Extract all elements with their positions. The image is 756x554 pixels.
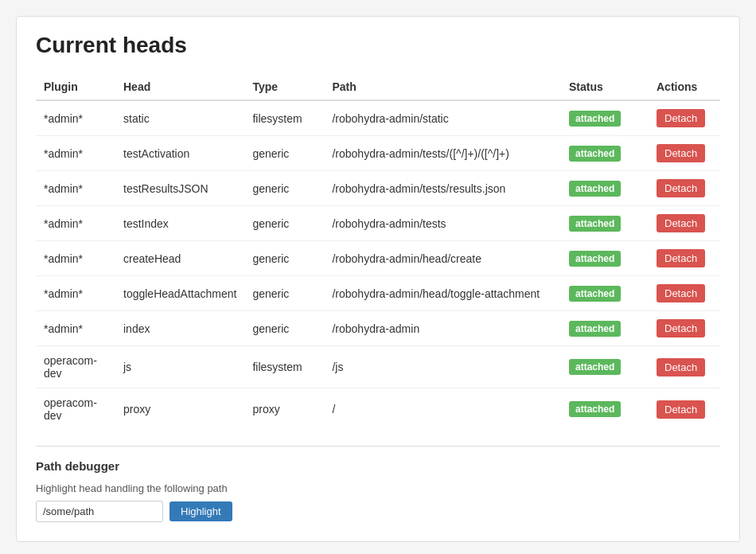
cell-plugin: operacom-dev xyxy=(36,346,115,388)
detach-button[interactable]: Detach xyxy=(657,400,705,419)
cell-status: attached xyxy=(561,388,649,431)
detach-button[interactable]: Detach xyxy=(657,109,705,127)
cell-path: /robohydra-admin/static xyxy=(324,100,561,136)
section-divider xyxy=(36,446,720,447)
page-container: Current heads Plugin Head Type Path Stat… xyxy=(16,16,740,542)
path-input[interactable] xyxy=(36,501,163,522)
cell-head: testResultsJSON xyxy=(115,171,244,206)
status-badge: attached xyxy=(569,146,621,162)
table-row: *admin*testActivationgeneric/robohydra-a… xyxy=(36,136,720,171)
cell-type: generic xyxy=(244,241,324,276)
detach-button[interactable]: Detach xyxy=(657,179,705,197)
cell-actions: Detach xyxy=(649,241,720,276)
highlight-button[interactable]: Highlight xyxy=(170,501,232,521)
heads-table: Plugin Head Type Path Status Actions *ad… xyxy=(36,74,720,430)
col-header-head: Head xyxy=(115,74,244,100)
cell-actions: Detach xyxy=(649,276,720,311)
cell-head: toggleHeadAttachment xyxy=(115,276,244,311)
status-badge: attached xyxy=(569,216,621,232)
cell-actions: Detach xyxy=(649,311,720,346)
cell-head: static xyxy=(115,100,244,136)
status-badge: attached xyxy=(569,321,621,337)
col-header-plugin: Plugin xyxy=(36,74,115,100)
cell-type: generic xyxy=(244,206,324,241)
cell-path: /robohydra-admin/tests/([^/]+)/([^/]+) xyxy=(324,136,561,171)
cell-actions: Detach xyxy=(649,171,720,206)
col-header-path: Path xyxy=(324,74,561,100)
status-badge: attached xyxy=(569,359,621,375)
detach-button[interactable]: Detach xyxy=(657,249,705,267)
cell-plugin: *admin* xyxy=(36,276,115,311)
cell-path: /robohydra-admin/head/toggle-attachment xyxy=(324,276,561,311)
cell-status: attached xyxy=(561,136,649,171)
table-row: operacom-devjsfilesystem/jsattachedDetac… xyxy=(36,346,720,388)
cell-head: index xyxy=(115,311,244,346)
cell-actions: Detach xyxy=(649,206,720,241)
col-header-type: Type xyxy=(244,74,324,100)
col-header-actions: Actions xyxy=(649,74,720,100)
detach-button[interactable]: Detach xyxy=(657,284,705,302)
cell-status: attached xyxy=(561,171,649,206)
cell-status: attached xyxy=(561,346,649,388)
table-row: *admin*testIndexgeneric/robohydra-admin/… xyxy=(36,206,720,241)
cell-type: generic xyxy=(244,171,324,206)
table-body: *admin*staticfilesystem/robohydra-admin/… xyxy=(36,100,720,430)
cell-head: createHead xyxy=(115,241,244,276)
cell-type: generic xyxy=(244,276,324,311)
cell-actions: Detach xyxy=(649,136,720,171)
cell-plugin: *admin* xyxy=(36,100,115,136)
cell-head: js xyxy=(115,346,244,388)
cell-actions: Detach xyxy=(649,346,720,388)
detach-button[interactable]: Detach xyxy=(657,358,705,376)
cell-status: attached xyxy=(561,276,649,311)
cell-status: attached xyxy=(561,311,649,346)
detach-button[interactable]: Detach xyxy=(657,144,705,162)
cell-type: generic xyxy=(244,311,324,346)
path-debugger-row: Highlight xyxy=(36,501,720,522)
table-row: *admin*testResultsJSONgeneric/robohydra-… xyxy=(36,171,720,206)
table-row: *admin*staticfilesystem/robohydra-admin/… xyxy=(36,100,720,136)
status-badge: attached xyxy=(569,401,621,417)
cell-plugin: *admin* xyxy=(36,311,115,346)
cell-status: attached xyxy=(561,100,649,136)
cell-path: / xyxy=(324,388,561,431)
cell-plugin: *admin* xyxy=(36,241,115,276)
col-header-status: Status xyxy=(561,74,649,100)
detach-button[interactable]: Detach xyxy=(657,319,705,337)
cell-path: /robohydra-admin/tests/results.json xyxy=(324,171,561,206)
cell-type: filesystem xyxy=(244,100,324,136)
table-header-row: Plugin Head Type Path Status Actions xyxy=(36,74,720,100)
cell-actions: Detach xyxy=(649,100,720,136)
cell-actions: Detach xyxy=(649,388,720,431)
status-badge: attached xyxy=(569,181,621,197)
detach-button[interactable]: Detach xyxy=(657,214,705,232)
page-title: Current heads xyxy=(36,33,720,58)
table-row: *admin*indexgeneric/robohydra-adminattac… xyxy=(36,311,720,346)
cell-head: testActivation xyxy=(115,136,244,171)
cell-path: /robohydra-admin/tests xyxy=(324,206,561,241)
status-badge: attached xyxy=(569,111,621,127)
cell-type: filesystem xyxy=(244,346,324,388)
path-debugger-label: Highlight head handling the following pa… xyxy=(36,482,720,494)
cell-type: proxy xyxy=(244,388,324,431)
status-badge: attached xyxy=(569,251,621,267)
cell-path: /js xyxy=(324,346,561,388)
cell-plugin: *admin* xyxy=(36,206,115,241)
cell-type: generic xyxy=(244,136,324,171)
cell-head: proxy xyxy=(115,388,244,431)
table-row: *admin*createHeadgeneric/robohydra-admin… xyxy=(36,241,720,276)
cell-plugin: *admin* xyxy=(36,136,115,171)
cell-status: attached xyxy=(561,206,649,241)
cell-path: /robohydra-admin/head/create xyxy=(324,241,561,276)
cell-status: attached xyxy=(561,241,649,276)
cell-head: testIndex xyxy=(115,206,244,241)
cell-plugin: operacom-dev xyxy=(36,388,115,431)
cell-plugin: *admin* xyxy=(36,171,115,206)
table-row: operacom-devproxyproxy/attachedDetach xyxy=(36,388,720,431)
status-badge: attached xyxy=(569,286,621,302)
table-row: *admin*toggleHeadAttachmentgeneric/roboh… xyxy=(36,276,720,311)
path-debugger-title: Path debugger xyxy=(36,459,720,473)
cell-path: /robohydra-admin xyxy=(324,311,561,346)
